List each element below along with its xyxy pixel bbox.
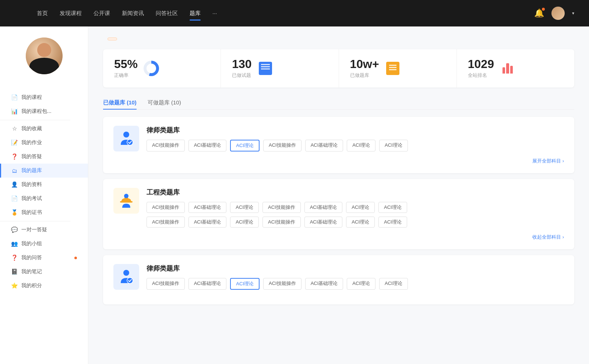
sidebar-item-homework[interactable]: 📝 我的作业 xyxy=(0,136,88,150)
user-avatar[interactable] xyxy=(551,7,565,20)
main-layout: 📄 我的课程 📊 我的课程包... ☆ 我的收藏 📝 我的作业 ❓ 我的答疑 � xyxy=(0,26,589,364)
tag-item-active[interactable]: ACI理论 xyxy=(230,278,260,290)
tag-item[interactable]: ACI技能操作 xyxy=(147,202,185,213)
stat-site-rank: 1029 全站排名 xyxy=(457,49,574,88)
tag-item[interactable]: ACI基础理论 xyxy=(188,217,227,228)
group-icon: 👥 xyxy=(11,240,18,247)
homework-icon: 📝 xyxy=(11,139,18,146)
divider2 xyxy=(0,221,70,221)
bank-card-lawyer2: 律师类题库 ACI技能操作 ACI基础理论 ACI理论 ACI技能操作 ACI基… xyxy=(103,255,574,304)
sidebar: 📄 我的课程 📊 我的课程包... ☆ 我的收藏 📝 我的作业 ❓ 我的答疑 � xyxy=(0,26,88,364)
tag-item[interactable]: ACI理论 xyxy=(379,278,408,290)
tag-item[interactable]: ACI技能操作 xyxy=(263,278,301,290)
bank-footer-engineer: 收起全部科目 xyxy=(113,233,564,240)
nav-link-news[interactable]: 新闻资讯 xyxy=(122,8,144,18)
nav-link-bank[interactable]: 题库 xyxy=(190,8,201,18)
course-pack-icon: 📊 xyxy=(11,108,18,115)
lawyer-icon2 xyxy=(113,264,139,290)
sidebar-item-profile[interactable]: 👤 我的资料 xyxy=(0,178,88,192)
exam-icon: 📄 xyxy=(11,195,18,202)
tag-item[interactable]: ACI基础理论 xyxy=(304,202,343,213)
1on1-icon: 💬 xyxy=(11,226,18,233)
done-banks-label: 已做题库 xyxy=(350,72,379,79)
sidebar-item-question-bank[interactable]: 🗂 我的题库 xyxy=(0,164,88,178)
sidebar-item-notes[interactable]: 📓 我的笔记 xyxy=(0,265,88,279)
nav-link-more[interactable]: ··· xyxy=(212,8,217,18)
tag-item[interactable]: ACI理论 xyxy=(378,202,407,213)
correct-rate-value: 55% xyxy=(114,58,138,70)
correct-rate-icon xyxy=(144,61,159,76)
lawyer-svg2 xyxy=(117,268,135,286)
sidebar-item-certificate[interactable]: 🏅 我的证书 xyxy=(0,206,88,220)
done-questions-label: 已做试题 xyxy=(232,72,251,79)
site-rank-label: 全站排名 xyxy=(468,72,494,79)
page-header xyxy=(103,38,574,40)
sidebar-item-course-pack[interactable]: 📊 我的课程包... xyxy=(0,104,88,118)
tag-item[interactable]: ACI技能操作 xyxy=(147,278,185,290)
notification-bell[interactable]: 🔔 xyxy=(534,8,544,18)
sidebar-item-qa[interactable]: ❓ 我的答疑 xyxy=(0,150,88,164)
unread-dot xyxy=(74,257,77,259)
doc-blue-icon xyxy=(259,62,272,75)
tab-available-banks[interactable]: 可做题库 (10) xyxy=(148,96,181,109)
tab-done-banks[interactable]: 已做题库 (10) xyxy=(103,96,137,109)
stat-correct-rate: 55% 正确率 xyxy=(103,49,221,88)
tag-item[interactable]: ACI基础理论 xyxy=(305,278,343,290)
nav-link-qa[interactable]: 问答社区 xyxy=(156,8,178,18)
nav-links: 首页 发现课程 公开课 新闻资讯 问答社区 题库 ··· xyxy=(37,8,527,18)
site-rank-value: 1029 xyxy=(468,58,494,70)
sidebar-item-exam[interactable]: 📄 我的考试 xyxy=(0,192,88,206)
nav-link-discover[interactable]: 发现课程 xyxy=(60,8,82,18)
svg-point-6 xyxy=(127,278,133,283)
pie-chart xyxy=(144,61,159,76)
bank-title-engineer: 工程类题库 xyxy=(147,188,564,197)
engineer-icon xyxy=(113,188,139,214)
correct-rate-label: 正确率 xyxy=(114,72,138,79)
nav-link-open[interactable]: 公开课 xyxy=(94,8,110,18)
stat-done-banks: 10w+ 已做题库 xyxy=(339,49,457,88)
tag-item[interactable]: ACI理论 xyxy=(346,202,375,213)
tags-row-engineer2: ACI技能操作 ACI基础理论 ACI理论 ACI技能操作 ACI基础理论 AC… xyxy=(147,217,564,228)
sidebar-item-my-qa[interactable]: ❓ 我的问答 xyxy=(0,251,88,265)
tag-item[interactable]: ACI理论 xyxy=(230,202,259,213)
tag-item[interactable]: ACI理论 xyxy=(347,278,375,290)
stat-done-questions: 130 已做试题 xyxy=(221,49,339,88)
tag-item[interactable]: ACI理论 xyxy=(379,140,408,151)
lawyer-icon1 xyxy=(113,126,139,151)
tag-item[interactable]: ACI技能操作 xyxy=(147,140,185,151)
svg-rect-2 xyxy=(120,201,133,203)
tag-item[interactable]: ACI基础理论 xyxy=(305,140,343,151)
bank-icon: 🗂 xyxy=(11,167,18,174)
tag-item[interactable]: ACI技能操作 xyxy=(262,202,301,213)
tag-item[interactable]: ACI技能操作 xyxy=(147,217,185,228)
notification-dot xyxy=(542,8,545,11)
sidebar-item-1on1[interactable]: 💬 一对一答疑 xyxy=(0,223,88,237)
sidebar-item-points[interactable]: ⭐ 我的积分 xyxy=(0,279,88,293)
user-menu-chevron[interactable]: ▾ xyxy=(572,11,574,16)
collapse-link-engineer[interactable]: 收起全部科目 xyxy=(532,234,564,240)
svg-point-1 xyxy=(127,139,133,145)
points-icon: ⭐ xyxy=(11,282,18,289)
svg-point-5 xyxy=(123,270,129,276)
tag-item[interactable]: ACI基础理论 xyxy=(188,202,227,213)
tag-item[interactable]: ACI技能操作 xyxy=(263,140,301,151)
tag-item[interactable]: ACI理论 xyxy=(346,217,375,228)
tag-item[interactable]: ACI基础理论 xyxy=(304,217,343,228)
done-banks-value: 10w+ xyxy=(350,58,379,70)
tag-item[interactable]: ACI理论 xyxy=(230,217,259,228)
tag-item[interactable]: ACI理论 xyxy=(347,140,375,151)
tag-item[interactable]: ACI基础理论 xyxy=(188,140,227,151)
sidebar-item-favorites[interactable]: ☆ 我的收藏 xyxy=(0,122,88,136)
tags-row-engineer1: ACI技能操作 ACI基础理论 ACI理论 ACI技能操作 ACI基础理论 AC… xyxy=(147,202,564,213)
trial-badge xyxy=(107,38,117,40)
divider1 xyxy=(0,120,70,120)
nav-link-home[interactable]: 首页 xyxy=(37,8,48,18)
tag-item[interactable]: ACI技能操作 xyxy=(262,217,301,228)
expand-link-lawyer1[interactable]: 展开全部科目 xyxy=(532,158,564,164)
tag-item[interactable]: ACI理论 xyxy=(378,217,407,228)
sidebar-item-my-course[interactable]: 📄 我的课程 xyxy=(0,90,88,104)
sidebar-item-group[interactable]: 👥 我的小组 xyxy=(0,237,88,251)
tag-item[interactable]: ACI基础理论 xyxy=(188,278,227,290)
tag-item-active[interactable]: ACI理论 xyxy=(230,140,260,151)
notes-icon: 📓 xyxy=(11,268,18,275)
